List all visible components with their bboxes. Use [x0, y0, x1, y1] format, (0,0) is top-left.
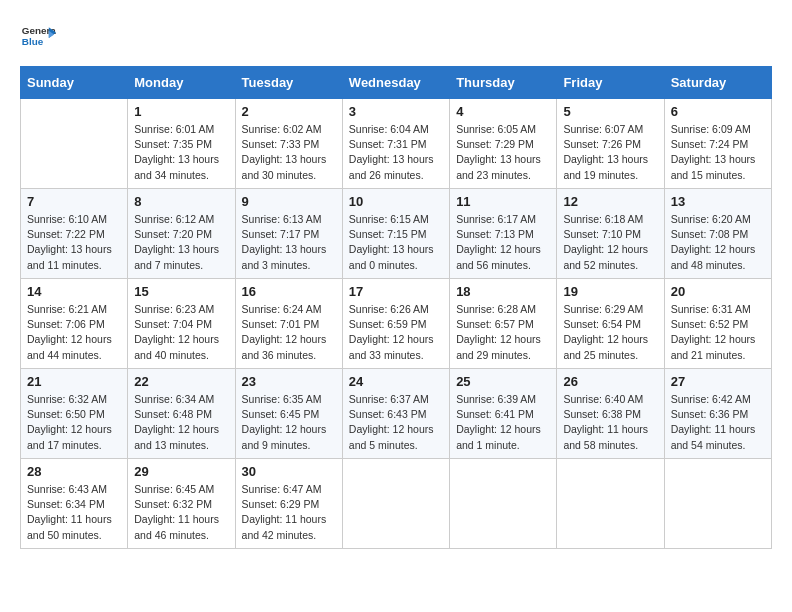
day-info: Sunrise: 6:09 AM Sunset: 7:24 PM Dayligh… [671, 122, 765, 183]
day-number: 23 [242, 374, 336, 389]
day-number: 24 [349, 374, 443, 389]
day-info: Sunrise: 6:37 AM Sunset: 6:43 PM Dayligh… [349, 392, 443, 453]
logo: General Blue [20, 20, 56, 56]
day-number: 9 [242, 194, 336, 209]
calendar-day-cell: 3Sunrise: 6:04 AM Sunset: 7:31 PM Daylig… [342, 99, 449, 189]
calendar-day-cell: 7Sunrise: 6:10 AM Sunset: 7:22 PM Daylig… [21, 189, 128, 279]
day-number: 26 [563, 374, 657, 389]
day-number: 18 [456, 284, 550, 299]
day-info: Sunrise: 6:28 AM Sunset: 6:57 PM Dayligh… [456, 302, 550, 363]
day-info: Sunrise: 6:13 AM Sunset: 7:17 PM Dayligh… [242, 212, 336, 273]
day-number: 12 [563, 194, 657, 209]
day-of-week-header: Saturday [664, 67, 771, 99]
logo-icon: General Blue [20, 20, 56, 56]
day-info: Sunrise: 6:47 AM Sunset: 6:29 PM Dayligh… [242, 482, 336, 543]
calendar-day-cell: 13Sunrise: 6:20 AM Sunset: 7:08 PM Dayli… [664, 189, 771, 279]
calendar-day-cell: 8Sunrise: 6:12 AM Sunset: 7:20 PM Daylig… [128, 189, 235, 279]
day-of-week-header: Tuesday [235, 67, 342, 99]
day-info: Sunrise: 6:42 AM Sunset: 6:36 PM Dayligh… [671, 392, 765, 453]
day-info: Sunrise: 6:17 AM Sunset: 7:13 PM Dayligh… [456, 212, 550, 273]
calendar-day-cell [664, 459, 771, 549]
day-of-week-header: Wednesday [342, 67, 449, 99]
calendar-day-cell: 1Sunrise: 6:01 AM Sunset: 7:35 PM Daylig… [128, 99, 235, 189]
calendar-week-row: 1Sunrise: 6:01 AM Sunset: 7:35 PM Daylig… [21, 99, 772, 189]
day-number: 3 [349, 104, 443, 119]
calendar-day-cell: 28Sunrise: 6:43 AM Sunset: 6:34 PM Dayli… [21, 459, 128, 549]
calendar-day-cell: 30Sunrise: 6:47 AM Sunset: 6:29 PM Dayli… [235, 459, 342, 549]
page-header: General Blue [20, 20, 772, 56]
calendar-day-cell: 27Sunrise: 6:42 AM Sunset: 6:36 PM Dayli… [664, 369, 771, 459]
day-number: 30 [242, 464, 336, 479]
day-of-week-header: Sunday [21, 67, 128, 99]
day-info: Sunrise: 6:12 AM Sunset: 7:20 PM Dayligh… [134, 212, 228, 273]
day-number: 1 [134, 104, 228, 119]
day-info: Sunrise: 6:43 AM Sunset: 6:34 PM Dayligh… [27, 482, 121, 543]
day-info: Sunrise: 6:21 AM Sunset: 7:06 PM Dayligh… [27, 302, 121, 363]
calendar-day-cell: 2Sunrise: 6:02 AM Sunset: 7:33 PM Daylig… [235, 99, 342, 189]
day-number: 27 [671, 374, 765, 389]
day-number: 29 [134, 464, 228, 479]
calendar-day-cell: 26Sunrise: 6:40 AM Sunset: 6:38 PM Dayli… [557, 369, 664, 459]
calendar-day-cell: 24Sunrise: 6:37 AM Sunset: 6:43 PM Dayli… [342, 369, 449, 459]
calendar-day-cell: 9Sunrise: 6:13 AM Sunset: 7:17 PM Daylig… [235, 189, 342, 279]
calendar-body: 1Sunrise: 6:01 AM Sunset: 7:35 PM Daylig… [21, 99, 772, 549]
day-number: 2 [242, 104, 336, 119]
calendar-day-cell [450, 459, 557, 549]
day-info: Sunrise: 6:45 AM Sunset: 6:32 PM Dayligh… [134, 482, 228, 543]
calendar-day-cell [557, 459, 664, 549]
calendar-day-cell: 14Sunrise: 6:21 AM Sunset: 7:06 PM Dayli… [21, 279, 128, 369]
day-number: 22 [134, 374, 228, 389]
day-info: Sunrise: 6:39 AM Sunset: 6:41 PM Dayligh… [456, 392, 550, 453]
calendar-day-cell: 29Sunrise: 6:45 AM Sunset: 6:32 PM Dayli… [128, 459, 235, 549]
day-number: 15 [134, 284, 228, 299]
calendar-day-cell: 12Sunrise: 6:18 AM Sunset: 7:10 PM Dayli… [557, 189, 664, 279]
calendar-day-cell [342, 459, 449, 549]
day-number: 13 [671, 194, 765, 209]
day-info: Sunrise: 6:05 AM Sunset: 7:29 PM Dayligh… [456, 122, 550, 183]
days-of-week-row: SundayMondayTuesdayWednesdayThursdayFrid… [21, 67, 772, 99]
day-number: 19 [563, 284, 657, 299]
day-info: Sunrise: 6:02 AM Sunset: 7:33 PM Dayligh… [242, 122, 336, 183]
day-number: 16 [242, 284, 336, 299]
calendar-table: SundayMondayTuesdayWednesdayThursdayFrid… [20, 66, 772, 549]
calendar-day-cell: 23Sunrise: 6:35 AM Sunset: 6:45 PM Dayli… [235, 369, 342, 459]
day-info: Sunrise: 6:01 AM Sunset: 7:35 PM Dayligh… [134, 122, 228, 183]
day-info: Sunrise: 6:31 AM Sunset: 6:52 PM Dayligh… [671, 302, 765, 363]
calendar-week-row: 7Sunrise: 6:10 AM Sunset: 7:22 PM Daylig… [21, 189, 772, 279]
calendar-week-row: 28Sunrise: 6:43 AM Sunset: 6:34 PM Dayli… [21, 459, 772, 549]
calendar-day-cell [21, 99, 128, 189]
day-info: Sunrise: 6:10 AM Sunset: 7:22 PM Dayligh… [27, 212, 121, 273]
day-info: Sunrise: 6:24 AM Sunset: 7:01 PM Dayligh… [242, 302, 336, 363]
calendar-day-cell: 6Sunrise: 6:09 AM Sunset: 7:24 PM Daylig… [664, 99, 771, 189]
day-number: 6 [671, 104, 765, 119]
day-number: 11 [456, 194, 550, 209]
calendar-day-cell: 22Sunrise: 6:34 AM Sunset: 6:48 PM Dayli… [128, 369, 235, 459]
day-number: 14 [27, 284, 121, 299]
calendar-day-cell: 25Sunrise: 6:39 AM Sunset: 6:41 PM Dayli… [450, 369, 557, 459]
calendar-week-row: 14Sunrise: 6:21 AM Sunset: 7:06 PM Dayli… [21, 279, 772, 369]
day-info: Sunrise: 6:34 AM Sunset: 6:48 PM Dayligh… [134, 392, 228, 453]
day-of-week-header: Monday [128, 67, 235, 99]
calendar-day-cell: 15Sunrise: 6:23 AM Sunset: 7:04 PM Dayli… [128, 279, 235, 369]
day-info: Sunrise: 6:18 AM Sunset: 7:10 PM Dayligh… [563, 212, 657, 273]
calendar-day-cell: 21Sunrise: 6:32 AM Sunset: 6:50 PM Dayli… [21, 369, 128, 459]
calendar-day-cell: 11Sunrise: 6:17 AM Sunset: 7:13 PM Dayli… [450, 189, 557, 279]
calendar-day-cell: 5Sunrise: 6:07 AM Sunset: 7:26 PM Daylig… [557, 99, 664, 189]
calendar-day-cell: 17Sunrise: 6:26 AM Sunset: 6:59 PM Dayli… [342, 279, 449, 369]
day-number: 10 [349, 194, 443, 209]
day-number: 8 [134, 194, 228, 209]
day-info: Sunrise: 6:15 AM Sunset: 7:15 PM Dayligh… [349, 212, 443, 273]
day-number: 25 [456, 374, 550, 389]
calendar-day-cell: 4Sunrise: 6:05 AM Sunset: 7:29 PM Daylig… [450, 99, 557, 189]
day-info: Sunrise: 6:26 AM Sunset: 6:59 PM Dayligh… [349, 302, 443, 363]
day-info: Sunrise: 6:07 AM Sunset: 7:26 PM Dayligh… [563, 122, 657, 183]
svg-text:Blue: Blue [22, 36, 44, 47]
day-number: 21 [27, 374, 121, 389]
calendar-week-row: 21Sunrise: 6:32 AM Sunset: 6:50 PM Dayli… [21, 369, 772, 459]
day-number: 5 [563, 104, 657, 119]
day-of-week-header: Friday [557, 67, 664, 99]
day-info: Sunrise: 6:04 AM Sunset: 7:31 PM Dayligh… [349, 122, 443, 183]
day-number: 7 [27, 194, 121, 209]
day-info: Sunrise: 6:20 AM Sunset: 7:08 PM Dayligh… [671, 212, 765, 273]
day-of-week-header: Thursday [450, 67, 557, 99]
